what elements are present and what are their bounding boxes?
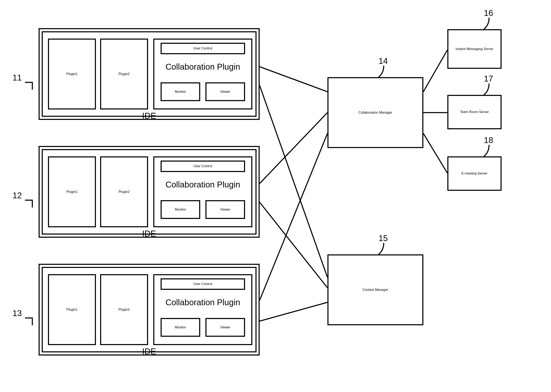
ide-11-collab-title: Collaboration Plugin	[153, 61, 252, 73]
viewer-label: Viewer	[220, 208, 230, 211]
ide-12-collab-title: Collaboration Plugin	[153, 178, 252, 191]
ide-11-plugin1: Plugin1	[48, 39, 96, 110]
ide-13-label: IDE	[125, 347, 173, 356]
svg-line-5	[260, 302, 327, 321]
ide-11-user-control: User Control	[161, 43, 245, 54]
ide-13-plugin1: Plugin1	[48, 274, 96, 345]
ide-13-user-control: User Control	[161, 278, 245, 290]
svg-line-6	[423, 50, 447, 92]
monitor-label: Monitor	[175, 90, 186, 94]
ide-12-plugin2: Plugin2	[100, 156, 148, 227]
ide-13-plugin2: Plugin2	[100, 274, 148, 345]
ref-17: 17	[484, 74, 493, 84]
ref-15: 15	[379, 233, 388, 243]
emeeting-server-label: E-meeting Server	[461, 172, 487, 175]
monitor-label: Monitor	[175, 208, 186, 211]
ref-18: 18	[484, 135, 493, 145]
context-manager-label: Context Manager	[363, 288, 388, 292]
ide-12-viewer: Viewer	[205, 200, 245, 219]
collab-manager-box: Collaboration Manager	[327, 77, 423, 148]
ide-12-user-control: User Control	[161, 161, 245, 172]
ide-11-viewer: Viewer	[205, 82, 245, 101]
ide-12-monitor: Monitor	[161, 200, 200, 219]
svg-line-2	[260, 112, 327, 183]
viewer-label: Viewer	[220, 90, 230, 94]
user-control-label: User Control	[194, 164, 212, 168]
im-server-label: Instant Messaging Server	[455, 47, 493, 51]
ide-13-monitor: Monitor	[161, 318, 200, 337]
viewer-label: Viewer	[220, 325, 230, 329]
im-server-box: Instant Messaging Server	[447, 29, 502, 69]
ide-13-viewer: Viewer	[205, 318, 245, 337]
user-control-label: User Control	[194, 47, 212, 50]
ref-11: 11	[13, 73, 22, 82]
ide-12-label: IDE	[125, 229, 173, 238]
svg-line-1	[260, 85, 327, 277]
ref-13: 13	[13, 308, 22, 318]
emeeting-server-box: E-meeting Server	[447, 156, 502, 191]
ref-16: 16	[484, 8, 493, 18]
plugin2-label: Plugin2	[119, 72, 129, 76]
plugin2-label: Plugin2	[119, 190, 129, 194]
ref-12: 12	[13, 191, 22, 200]
monitor-label: Monitor	[175, 325, 186, 329]
ref-14: 14	[379, 56, 388, 66]
diagram-stage: Plugin1 Plugin2 User Control Collaborati…	[0, 0, 551, 392]
svg-line-0	[260, 67, 327, 92]
ide-11-plugin2: Plugin2	[100, 39, 148, 110]
plugin1-label: Plugin1	[66, 190, 77, 194]
ide-13-collab-title: Collaboration Plugin	[153, 296, 252, 308]
plugin2-label: Plugin2	[119, 308, 129, 312]
ide-11-monitor: Monitor	[161, 82, 200, 101]
teamroom-server-label: Team Room Server	[460, 110, 489, 114]
teamroom-server-box: Team Room Server	[447, 95, 502, 129]
svg-line-8	[423, 133, 447, 173]
plugin1-label: Plugin1	[66, 308, 77, 312]
plugin1-label: Plugin1	[66, 72, 77, 76]
user-control-label: User Control	[194, 282, 212, 286]
collab-manager-label: Collaboration Manager	[359, 111, 392, 114]
ide-12-plugin1: Plugin1	[48, 156, 96, 227]
context-manager-box: Context Manager	[327, 254, 423, 325]
ide-11-label: IDE	[125, 111, 173, 120]
